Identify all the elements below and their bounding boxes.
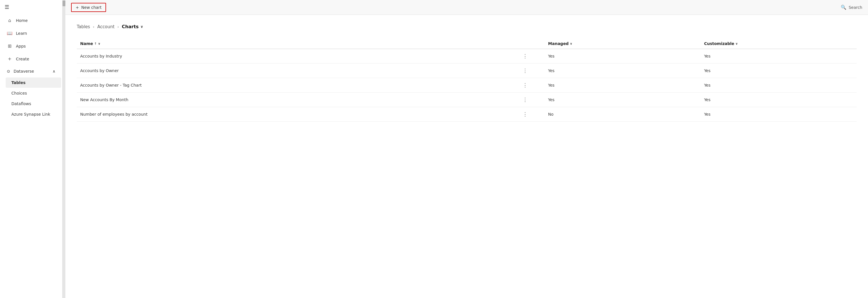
- breadcrumb-sep-1: ›: [93, 25, 95, 29]
- row-context-menu-btn-1[interactable]: ⋮: [521, 67, 529, 74]
- row-managed-1: Yes: [545, 63, 701, 78]
- main-area: + New chart 🔍 Search Tables › Account › …: [65, 0, 868, 298]
- sidebar-item-choices-label: Choices: [11, 91, 27, 96]
- search-label: Search: [849, 5, 862, 10]
- row-managed-3: Yes: [545, 92, 701, 107]
- row-name-2: Accounts by Owner - Tag Chart: [77, 78, 506, 92]
- table-row[interactable]: Number of employees by account⋮NoYes: [77, 107, 857, 121]
- table-body: Accounts by Industry⋮YesYesAccounts by O…: [77, 49, 857, 121]
- sidebar-item-home[interactable]: ⌂ Home: [1, 14, 61, 27]
- row-customizable-2: Yes: [701, 78, 857, 92]
- sidebar-item-choices[interactable]: Choices: [6, 88, 61, 98]
- apps-icon: ⊞: [7, 43, 12, 49]
- row-customizable-0: Yes: [701, 49, 857, 63]
- sidebar-item-dataflows[interactable]: Dataflows: [6, 99, 61, 109]
- row-actions-4: ⋮: [506, 107, 545, 121]
- create-icon: +: [7, 56, 12, 61]
- sidebar-item-dataflows-label: Dataflows: [11, 102, 31, 106]
- table-header: Name ↑ ∨ Managed ∨ Cust: [77, 38, 857, 49]
- dataverse-icon: ⊙: [7, 69, 10, 74]
- col-header-managed: Managed ∨: [545, 38, 701, 49]
- row-name-3: New Accounts By Month: [77, 92, 506, 107]
- row-customizable-1: Yes: [701, 63, 857, 78]
- table-row[interactable]: Accounts by Owner - Tag Chart⋮YesYes: [77, 78, 857, 92]
- table-row[interactable]: New Accounts By Month⋮YesYes: [77, 92, 857, 107]
- col-customizable-label: Customizable: [704, 41, 734, 46]
- col-name-label: Name: [80, 41, 93, 46]
- topbar: + New chart 🔍 Search: [65, 0, 868, 15]
- col-managed-label: Managed: [548, 41, 569, 46]
- sidebar-item-tables-label: Tables: [11, 80, 26, 85]
- sidebar-scrollbar[interactable]: [63, 0, 65, 298]
- sidebar-item-learn[interactable]: 📖 Learn: [1, 27, 61, 39]
- managed-sort-icon[interactable]: ∨: [570, 42, 572, 46]
- charts-table: Name ↑ ∨ Managed ∨ Cust: [77, 38, 857, 121]
- sidebar-item-dataverse-label: Dataverse: [14, 69, 34, 74]
- col-header-customizable: Customizable ∨: [701, 38, 857, 49]
- col-header-name: Name ↑ ∨: [77, 38, 506, 49]
- table-row[interactable]: Accounts by Industry⋮YesYes: [77, 49, 857, 63]
- row-customizable-4: Yes: [701, 107, 857, 121]
- row-customizable-3: Yes: [701, 92, 857, 107]
- sidebar-scroll-thumb[interactable]: [63, 1, 65, 6]
- new-chart-button[interactable]: + New chart: [71, 3, 106, 12]
- chevron-up-icon: ∧: [53, 69, 56, 74]
- learn-icon: 📖: [7, 30, 12, 36]
- row-actions-3: ⋮: [506, 92, 545, 107]
- plus-icon: +: [75, 5, 79, 10]
- breadcrumb-current: Charts ∨: [122, 24, 143, 29]
- sidebar-item-apps[interactable]: ⊞ Apps: [1, 40, 61, 52]
- sidebar-item-azure-synapse-label: Azure Synapse Link: [11, 112, 50, 116]
- sort-desc-icon[interactable]: ∨: [98, 42, 100, 46]
- sidebar-top: ☰: [0, 0, 62, 14]
- search-area[interactable]: 🔍 Search: [841, 5, 862, 10]
- search-icon: 🔍: [841, 5, 846, 10]
- sidebar-item-tables[interactable]: Tables: [6, 78, 61, 88]
- sidebar-item-create[interactable]: + Create: [1, 53, 61, 65]
- sidebar-item-dataverse[interactable]: ⊙ Dataverse ∧: [1, 65, 61, 77]
- hamburger-icon[interactable]: ☰: [5, 4, 9, 10]
- sidebar-item-azure-synapse[interactable]: Azure Synapse Link: [6, 109, 61, 119]
- col-header-actions-spacer: [506, 38, 545, 49]
- sidebar: ☰ ⌂ Home 📖 Learn ⊞ Apps + Create ⊙ Datav…: [0, 0, 63, 298]
- customizable-sort-icon[interactable]: ∨: [736, 42, 738, 46]
- row-context-menu-btn-4[interactable]: ⋮: [521, 111, 529, 117]
- breadcrumb-tables[interactable]: Tables: [77, 24, 90, 29]
- row-name-1: Accounts by Owner: [77, 63, 506, 78]
- sidebar-item-create-label: Create: [16, 57, 29, 61]
- row-name-4: Number of employees by account: [77, 107, 506, 121]
- content-area: Tables › Account › Charts ∨ Name ↑ ∨: [65, 15, 868, 298]
- breadcrumb-account[interactable]: Account: [97, 24, 115, 29]
- row-managed-0: Yes: [545, 49, 701, 63]
- row-context-menu-btn-3[interactable]: ⋮: [521, 97, 529, 103]
- row-actions-2: ⋮: [506, 78, 545, 92]
- breadcrumb-dropdown-icon[interactable]: ∨: [140, 25, 143, 29]
- breadcrumb-current-label: Charts: [122, 24, 138, 29]
- sidebar-sub-items: Tables Choices Dataflows Azure Synapse L…: [0, 77, 62, 120]
- sidebar-item-apps-label: Apps: [16, 44, 26, 49]
- row-context-menu-btn-2[interactable]: ⋮: [521, 82, 529, 88]
- sidebar-item-home-label: Home: [16, 18, 28, 23]
- row-managed-4: No: [545, 107, 701, 121]
- row-name-0: Accounts by Industry: [77, 49, 506, 63]
- row-actions-0: ⋮: [506, 49, 545, 63]
- table-row[interactable]: Accounts by Owner⋮YesYes: [77, 63, 857, 78]
- breadcrumb-sep-2: ›: [117, 25, 119, 29]
- sidebar-item-learn-label: Learn: [16, 31, 27, 36]
- breadcrumb: Tables › Account › Charts ∨: [77, 24, 857, 29]
- row-context-menu-btn-0[interactable]: ⋮: [521, 53, 529, 59]
- new-chart-label: New chart: [81, 5, 101, 10]
- row-managed-2: Yes: [545, 78, 701, 92]
- home-icon: ⌂: [7, 18, 12, 23]
- sort-asc-icon[interactable]: ↑: [94, 42, 97, 46]
- row-actions-1: ⋮: [506, 63, 545, 78]
